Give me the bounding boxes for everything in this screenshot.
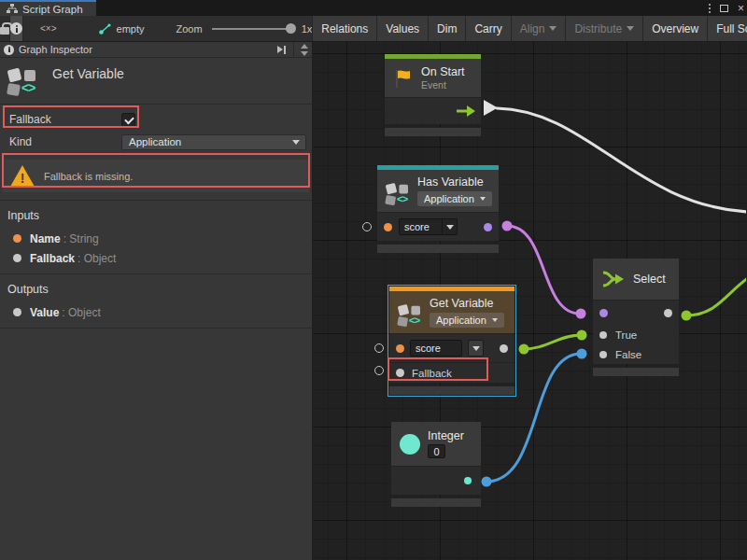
node-on-start[interactable]: On Start Event bbox=[385, 54, 481, 136]
toolbar-button-align[interactable]: Align bbox=[511, 16, 566, 41]
result-output-port[interactable] bbox=[484, 223, 492, 231]
fallback-checkbox[interactable] bbox=[121, 113, 135, 127]
zoom-value: 1x bbox=[302, 23, 313, 35]
wire-get-variable-to-true[interactable] bbox=[524, 335, 581, 349]
toolbar-button-overview[interactable]: Overview bbox=[642, 16, 707, 41]
select-merge-icon bbox=[601, 270, 626, 288]
fallback-input-port[interactable] bbox=[396, 369, 404, 377]
close-icon[interactable]: × bbox=[738, 3, 744, 14]
chevron-down-icon bbox=[480, 197, 486, 201]
arrow-up-icon bbox=[301, 44, 308, 49]
toolbar-buttons: Relations Values Dim Carry Align Distrib… bbox=[312, 16, 747, 41]
overflow-menu-icon[interactable] bbox=[709, 4, 711, 13]
kind-dropdown[interactable]: Application bbox=[121, 134, 306, 150]
graph-node-icon bbox=[98, 22, 112, 35]
node-title: Has Variable bbox=[417, 175, 492, 189]
dock-panel-icon[interactable] bbox=[277, 46, 286, 54]
toolbar-button-distribute[interactable]: Distribute bbox=[565, 16, 642, 41]
selected-unit-header: <> Get Variable bbox=[0, 58, 312, 105]
tab-script-graph[interactable]: Script Graph bbox=[0, 0, 96, 16]
kind-dropdown[interactable]: Application bbox=[417, 191, 492, 206]
value-output-port[interactable] bbox=[464, 477, 472, 484]
chevron-down-icon bbox=[472, 346, 480, 351]
false-input-port[interactable] bbox=[599, 351, 607, 358]
fallback-port-label: Fallback bbox=[412, 368, 452, 379]
graph-canvas[interactable]: On Start Event <> Ha bbox=[313, 42, 747, 560]
code-view-button[interactable]: <×> bbox=[23, 16, 74, 41]
chevron-down-icon bbox=[492, 318, 498, 322]
warning-text: Fallback is missing. bbox=[44, 171, 133, 182]
lock-button[interactable] bbox=[0, 16, 10, 41]
node-select[interactable]: Select True False bbox=[593, 259, 679, 376]
value-output-port[interactable] bbox=[500, 344, 508, 353]
kind-dropdown[interactable]: Application bbox=[430, 313, 504, 328]
node-title: Select bbox=[633, 273, 666, 286]
info-icon bbox=[4, 45, 14, 55]
toolbar-button-relations[interactable]: Relations bbox=[312, 16, 376, 41]
fallback-field-row: Fallback bbox=[0, 108, 312, 131]
integer-value-field[interactable]: 0 bbox=[428, 444, 445, 458]
graph-icon bbox=[7, 4, 18, 14]
node-has-variable[interactable]: <> Has Variable Application score bbox=[377, 165, 499, 253]
zoom-slider[interactable] bbox=[212, 28, 294, 30]
fallback-field-label: Fallback bbox=[9, 113, 121, 126]
input-port-fallback: Fallback: Object bbox=[0, 248, 312, 268]
wire-on-start-out[interactable] bbox=[497, 108, 746, 212]
wire-select-out[interactable] bbox=[686, 278, 746, 315]
node-title: Get Variable bbox=[430, 297, 504, 310]
output-port-value: Value: Object bbox=[0, 302, 312, 322]
panel-scrubber[interactable] bbox=[293, 42, 308, 58]
condition-input-port[interactable] bbox=[599, 309, 608, 317]
selection-output-port[interactable] bbox=[664, 309, 672, 317]
node-subtitle: Event bbox=[421, 79, 465, 91]
lock-icon bbox=[0, 27, 9, 35]
arrow-down-icon bbox=[301, 51, 308, 56]
info-icon bbox=[10, 22, 22, 35]
unconnected-port-ring[interactable] bbox=[374, 343, 384, 353]
toolbar-button-dim[interactable]: Dim bbox=[428, 16, 465, 41]
toolbar-button-carry[interactable]: Carry bbox=[465, 16, 510, 41]
wire-has-variable-to-select[interactable] bbox=[507, 226, 580, 314]
port-dot bbox=[13, 234, 21, 243]
integer-literal-icon bbox=[400, 434, 420, 455]
wire-cap bbox=[519, 344, 529, 355]
flow-output-port[interactable] bbox=[457, 105, 475, 117]
maximize-icon[interactable] bbox=[720, 5, 728, 12]
true-input-port[interactable] bbox=[599, 331, 607, 339]
node-integer[interactable]: Integer 0 bbox=[391, 422, 481, 507]
graph-inspector-panel: Graph Inspector <> Get Variable Fallback… bbox=[0, 42, 313, 560]
name-input-port[interactable] bbox=[384, 223, 392, 231]
tab-bar: Script Graph × bbox=[0, 0, 747, 16]
toolbar-button-fullscreen[interactable]: Full Screen bbox=[707, 16, 747, 41]
warning-icon bbox=[10, 165, 35, 187]
variables-icon: <> bbox=[398, 302, 417, 322]
kind-field-row: Kind Application bbox=[0, 131, 312, 153]
variable-name-field[interactable]: score bbox=[410, 340, 462, 357]
variable-name-field[interactable]: score bbox=[399, 218, 458, 235]
unconnected-port-ring[interactable] bbox=[374, 366, 384, 375]
graph-toolbar: <×> empty Zoom 1x Relations Values Dim C… bbox=[0, 16, 747, 42]
node-get-variable[interactable]: <> Get Variable Application score Fallba… bbox=[389, 287, 514, 395]
breadcrumb-label: empty bbox=[117, 23, 145, 35]
flow-wire-start-cap bbox=[484, 100, 498, 116]
outputs-heading: Outputs bbox=[0, 274, 312, 302]
variable-picker-button[interactable] bbox=[468, 340, 484, 357]
inspector-toggle-button[interactable] bbox=[10, 16, 23, 41]
node-title: Integer bbox=[428, 429, 464, 442]
zoom-slider-knob[interactable] bbox=[286, 23, 296, 34]
name-input-port[interactable] bbox=[396, 344, 404, 353]
wire-cap bbox=[682, 311, 692, 321]
flag-icon bbox=[393, 68, 414, 89]
inspector-header: Graph Inspector bbox=[0, 42, 312, 58]
input-port-name: Name: String bbox=[0, 229, 312, 248]
graph-breadcrumb[interactable]: empty bbox=[98, 16, 145, 41]
inputs-heading: Inputs bbox=[0, 201, 312, 229]
port-dot bbox=[13, 308, 21, 316]
node-title: On Start bbox=[421, 65, 465, 78]
wire-cap bbox=[482, 477, 492, 487]
wire-cap bbox=[577, 330, 587, 341]
chevron-down-icon bbox=[627, 26, 634, 31]
unconnected-port-ring[interactable] bbox=[362, 222, 372, 231]
toolbar-button-values[interactable]: Values bbox=[376, 16, 428, 41]
warning-message: Fallback is missing. bbox=[3, 160, 309, 192]
